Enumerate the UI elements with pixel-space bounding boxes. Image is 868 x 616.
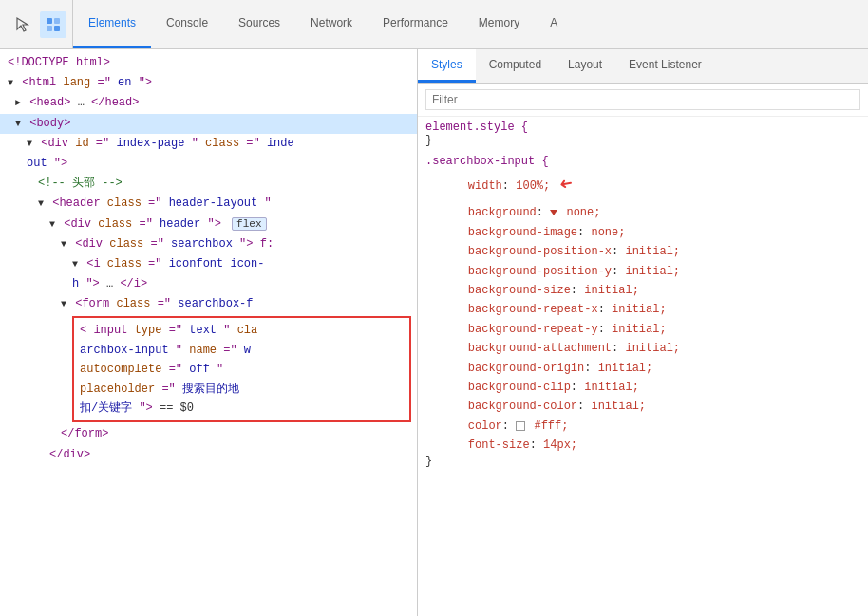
css-background-line: background: none; bbox=[425, 203, 860, 222]
div-searchbox-line: <div class =" searchbox "> f: bbox=[0, 234, 417, 254]
form-triangle[interactable] bbox=[61, 297, 66, 312]
element-style-rule: element.style { } bbox=[425, 121, 860, 147]
subtab-layout[interactable]: Layout bbox=[555, 49, 615, 83]
svg-rect-1 bbox=[54, 18, 60, 24]
devtools-main: <!DOCTYPE html> <html lang =" en "> <hea… bbox=[0, 49, 868, 616]
html-triangle[interactable] bbox=[8, 76, 13, 91]
css-bg-pos-x-line: background-position-x: initial; bbox=[425, 242, 860, 261]
form-line: <form class =" searchbox-f bbox=[0, 294, 417, 314]
toolbar-icons bbox=[4, 0, 73, 48]
styles-panel: Styles Computed Layout Event Listener el… bbox=[418, 49, 868, 616]
body-line[interactable]: <body> bbox=[0, 114, 417, 134]
css-bg-attachment-line: background-attachment: initial; bbox=[425, 339, 860, 358]
panel-subtabs: Styles Computed Layout Event Listener bbox=[418, 49, 868, 84]
tab-network[interactable]: Network bbox=[295, 0, 368, 48]
devtools-toolbar: Elements Console Sources Network Perform… bbox=[0, 0, 868, 49]
css-width-line: width: 100%; ➜ bbox=[425, 168, 860, 203]
comment-line: <!-- 头部 --> bbox=[0, 174, 417, 194]
css-bg-repeat-x-line: background-repeat-x: initial; bbox=[425, 300, 860, 319]
inspect-icon[interactable] bbox=[40, 11, 66, 38]
dropdown-triangle bbox=[550, 210, 557, 215]
filter-bar bbox=[418, 84, 868, 117]
header-line: <header class =" header-layout " bbox=[0, 194, 417, 214]
color-swatch[interactable] bbox=[516, 421, 525, 431]
head-triangle[interactable] bbox=[15, 96, 21, 111]
subtab-computed[interactable]: Computed bbox=[476, 49, 555, 83]
tab-memory[interactable]: Memory bbox=[463, 0, 535, 48]
div-header-line: <div class =" header "> flex bbox=[0, 215, 417, 234]
div-index-line: <div id =" index-page " class =" inde bbox=[0, 134, 417, 154]
arrow-indicator: ➜ bbox=[557, 167, 576, 204]
css-bg-origin-line: background-origin: initial; bbox=[425, 359, 860, 378]
filter-input[interactable] bbox=[425, 89, 860, 110]
html-open-line: <html lang =" en "> bbox=[0, 73, 417, 93]
tab-application[interactable]: A bbox=[535, 0, 573, 48]
css-bg-repeat-y-line: background-repeat-y: initial; bbox=[425, 320, 860, 339]
body-triangle[interactable] bbox=[15, 117, 21, 132]
highlighted-input-block[interactable]: < input type =" text " cla archbox-input… bbox=[72, 316, 411, 422]
div-searchbox-triangle[interactable] bbox=[61, 237, 66, 252]
header-triangle[interactable] bbox=[38, 196, 44, 212]
searchbox-input-rule: .searchbox-input { width: 100%; ➜ backgr… bbox=[425, 155, 860, 468]
tab-sources[interactable]: Sources bbox=[223, 0, 295, 48]
flex-badge: flex bbox=[232, 217, 266, 231]
div-index-cont: out "> bbox=[0, 154, 417, 174]
subtab-event-listener[interactable]: Event Listener bbox=[615, 49, 715, 83]
div-close-line: </div> bbox=[0, 445, 417, 465]
tab-console[interactable]: Console bbox=[151, 0, 223, 48]
div-index-triangle[interactable] bbox=[27, 137, 32, 152]
css-color-line: color: #fff; bbox=[425, 417, 860, 436]
doctype-line: <!DOCTYPE html> bbox=[0, 53, 417, 73]
svg-rect-0 bbox=[47, 18, 52, 24]
css-bg-pos-y-line: background-position-y: initial; bbox=[425, 262, 860, 281]
i-triangle[interactable] bbox=[72, 257, 78, 272]
div-header-triangle[interactable] bbox=[49, 217, 55, 233]
dom-panel: <!DOCTYPE html> <html lang =" en "> <hea… bbox=[0, 49, 418, 616]
svg-rect-3 bbox=[54, 26, 60, 31]
css-rules: element.style { } .searchbox-input { wid… bbox=[418, 117, 868, 479]
css-bg-color-line: background-color: initial; bbox=[425, 397, 860, 416]
tab-elements[interactable]: Elements bbox=[73, 0, 151, 48]
form-close-line: </form> bbox=[0, 424, 417, 444]
cursor-icon[interactable] bbox=[9, 11, 36, 38]
svg-rect-2 bbox=[47, 26, 52, 31]
i-close-line: h "> … </i> bbox=[0, 274, 417, 294]
css-bg-size-line: background-size: initial; bbox=[425, 281, 860, 300]
tab-performance[interactable]: Performance bbox=[368, 0, 463, 48]
subtab-styles[interactable]: Styles bbox=[418, 49, 476, 83]
toolbar-tabs: Elements Console Sources Network Perform… bbox=[73, 0, 864, 48]
css-font-size-line: font-size: 14px; bbox=[425, 436, 860, 455]
css-bg-image-line: background-image: none; bbox=[425, 223, 860, 242]
css-bg-clip-line: background-clip: initial; bbox=[425, 378, 860, 397]
i-iconfont-line: <i class =" iconfont icon- bbox=[0, 254, 417, 274]
head-line: <head> … </head> bbox=[0, 93, 417, 113]
